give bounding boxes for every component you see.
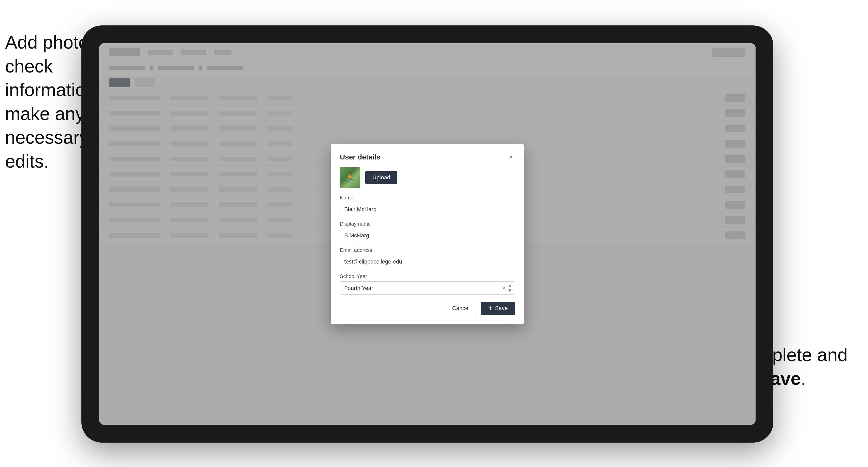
modal-footer: Cancel ⬆ Save xyxy=(340,302,515,315)
school-year-label: School Year xyxy=(340,274,515,279)
display-name-label: Display name xyxy=(340,221,515,227)
modal-title: User details xyxy=(340,153,380,161)
save-button-label: Save xyxy=(495,305,508,312)
annotation-right-end: . xyxy=(801,368,806,388)
cancel-button[interactable]: Cancel xyxy=(445,302,477,315)
user-details-modal: User details × Upload Name Dis xyxy=(331,144,524,324)
modal-close-button[interactable]: × xyxy=(507,153,515,161)
photo-thumbnail xyxy=(340,167,360,188)
tablet-screen: User details × Upload Name Dis xyxy=(99,43,755,425)
upload-photo-button[interactable]: Upload xyxy=(365,171,397,184)
school-year-wrapper: Fourth Year First Year Second Year Third… xyxy=(340,281,515,294)
save-button[interactable]: ⬆ Save xyxy=(481,302,515,315)
name-field-group: Name xyxy=(340,195,515,216)
email-label: Email address xyxy=(340,247,515,253)
name-input[interactable] xyxy=(340,203,515,216)
display-name-field-group: Display name xyxy=(340,221,515,242)
photo-section: Upload xyxy=(340,167,515,188)
annotation-line-1: Add photo, check xyxy=(5,32,94,76)
modal-overlay: User details × Upload Name Dis xyxy=(99,43,755,425)
display-name-input[interactable] xyxy=(340,229,515,242)
modal-header: User details × xyxy=(340,153,515,161)
save-icon: ⬆ xyxy=(488,305,493,311)
select-clear-icon[interactable]: × xyxy=(502,285,506,291)
select-arrows-icon: ▲▼ xyxy=(507,283,513,293)
photo-image xyxy=(340,167,360,188)
annotation-line-3: make any xyxy=(5,103,85,124)
email-input[interactable] xyxy=(340,255,515,268)
annotation-line-4: necessary edits. xyxy=(5,127,89,172)
school-year-field-group: School Year Fourth Year First Year Secon… xyxy=(340,274,515,294)
email-field-group: Email address xyxy=(340,247,515,268)
tablet-device: User details × Upload Name Dis xyxy=(82,25,773,443)
name-label: Name xyxy=(340,195,515,201)
school-year-select[interactable]: Fourth Year First Year Second Year Third… xyxy=(340,281,515,294)
